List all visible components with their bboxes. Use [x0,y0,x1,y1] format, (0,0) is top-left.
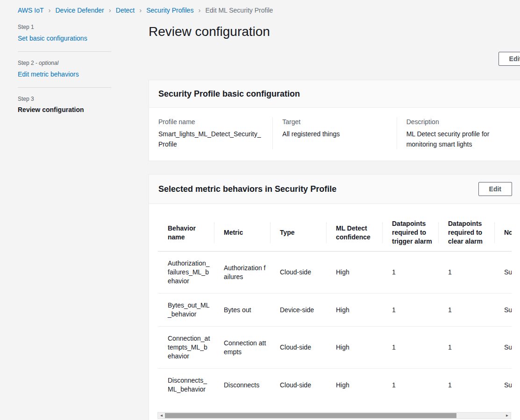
step-1-link[interactable]: Set basic configurations [18,35,87,42]
step-2-optional-text: - optional [36,60,58,66]
behaviors-card-header: Selected metric behaviors in Security Pr… [149,175,520,204]
cell-confidence: High [326,327,382,369]
table-row: Disconnects_ML_behavior Disconnects Clou… [158,369,512,402]
cell-notifications: Suppressed [494,252,512,294]
cell-metric: Authorization failures [214,252,270,294]
basic-config-card: Security Profile basic configuration Pro… [149,80,520,161]
cell-confidence: High [326,252,382,294]
cell-datapoints-clear: 1 [438,327,494,369]
cell-confidence: High [326,294,382,327]
table-row: Connection_attempts_ML_behavior Connecti… [158,327,512,369]
step-2: Step 2- optional Edit metric behaviors [18,60,111,78]
col-metric: Metric [214,214,270,252]
description-label: Description [406,117,511,126]
edit-profile-button[interactable]: Edit [499,52,520,66]
cell-notifications: Suppressed [494,327,512,369]
cell-notifications: Suppressed [494,369,512,402]
cell-type: Device-side [270,294,326,327]
breadcrumb-link-device-defender[interactable]: Device Defender [56,7,104,14]
cell-notifications: Suppressed [494,294,512,327]
step-divider [18,87,111,88]
field-target: Target All registered things [272,117,396,149]
step-1-kicker: Step 1 [18,24,111,30]
scrollbar-track[interactable] [165,413,504,419]
target-value: All registered things [282,129,387,139]
basic-config-card-body: Profile name Smart_lights_ML_Detect_Secu… [149,108,520,161]
main-content: Review configuration Edit Security Profi… [149,14,520,420]
breadcrumb: AWS IoT › Device Defender › Detect › Sec… [0,0,520,14]
step-1: Step 1 Set basic configurations [18,24,111,42]
cell-behavior-name: Disconnects_ML_behavior [158,369,214,402]
table-header-row: Behavior name Metric Type ML Detect conf… [158,214,512,252]
breadcrumb-separator-icon: › [198,6,200,14]
cell-behavior-name: Authorization_failures_ML_behavior [158,252,214,294]
step-3: Step 3 Review configuration [18,96,111,113]
cell-behavior-name: Bytes_out_ML_behavior [158,294,214,327]
step-2-kicker-text: Step 2 [18,60,34,66]
col-datapoints-clear: Datapoints required to clear alarm [438,214,494,252]
step-divider [18,51,111,52]
scrollbar-thumb[interactable] [165,413,456,418]
behaviors-card-title: Selected metric behaviors in Security Pr… [158,183,336,195]
table-row: Bytes_out_ML_behavior Bytes out Device-s… [158,294,512,327]
description-value: ML Detect security profile for monitorin… [406,129,511,149]
horizontal-scrollbar[interactable]: ◄ ► [157,412,511,419]
breadcrumb-link-detect[interactable]: Detect [116,7,135,14]
step-3-kicker: Step 3 [18,96,111,102]
col-behavior-name: Behavior name [158,214,214,252]
cell-datapoints-trigger: 1 [382,327,438,369]
profile-name-label: Profile name [158,117,263,126]
cell-metric: Connection attempts [214,327,270,369]
breadcrumb-separator-icon: › [139,6,142,14]
cell-behavior-name: Connection_attempts_ML_behavior [158,327,214,369]
profile-name-value: Smart_lights_ML_Detect_Security_Profile [158,129,263,149]
col-ml-detect-confidence: ML Detect confidence [326,214,382,252]
cell-datapoints-trigger: 1 [382,294,438,327]
breadcrumb-link-aws-iot[interactable]: AWS IoT [18,7,44,14]
col-datapoints-trigger: Datapoints required to trigger alarm [382,214,438,252]
scroll-left-icon[interactable]: ◄ [158,413,165,419]
breadcrumb-link-security-profiles[interactable]: Security Profiles [146,7,193,14]
cell-datapoints-clear: 1 [438,294,494,327]
col-type: Type [270,214,326,252]
breadcrumb-current: Edit ML Security Profile [205,7,273,14]
breadcrumb-separator-icon: › [49,6,51,14]
col-notifications: Notifications [494,214,512,252]
cell-datapoints-trigger: 1 [382,252,438,294]
table-row: Authorization_failures_ML_behavior Autho… [158,252,512,294]
cell-datapoints-clear: 1 [438,252,494,294]
breadcrumb-separator-icon: › [109,6,111,14]
field-description: Description ML Detect security profile f… [397,117,520,149]
cell-datapoints-clear: 1 [438,369,494,402]
cell-datapoints-trigger: 1 [382,369,438,402]
behaviors-card: Selected metric behaviors in Security Pr… [149,174,520,420]
cell-metric: Bytes out [214,294,270,327]
cell-type: Cloud-side [270,327,326,369]
step-2-link[interactable]: Edit metric behaviors [18,70,79,78]
page: AWS IoT › Device Defender › Detect › Sec… [0,0,520,420]
scroll-right-icon[interactable]: ► [504,413,511,419]
edit-behaviors-button[interactable]: Edit [478,182,512,196]
target-label: Target [282,117,387,126]
behaviors-table: Behavior name Metric Type ML Detect conf… [158,214,512,401]
step-3-current-label: Review configuration [18,106,111,113]
page-title: Review configuration [149,23,520,40]
steps-nav: Step 1 Set basic configurations Step 2- … [18,24,111,113]
cell-type: Cloud-side [270,369,326,402]
cell-type: Cloud-side [270,252,326,294]
cell-confidence: High [326,369,382,402]
cell-metric: Disconnects [214,369,270,402]
step-2-kicker: Step 2- optional [18,60,111,66]
field-profile-name: Profile name Smart_lights_ML_Detect_Secu… [149,117,272,149]
basic-config-card-header: Security Profile basic configuration [149,80,520,108]
basic-config-card-title: Security Profile basic configuration [158,88,300,100]
behaviors-table-scroll-area[interactable]: Behavior name Metric Type ML Detect conf… [158,214,512,401]
top-actions: Edit [149,52,520,66]
